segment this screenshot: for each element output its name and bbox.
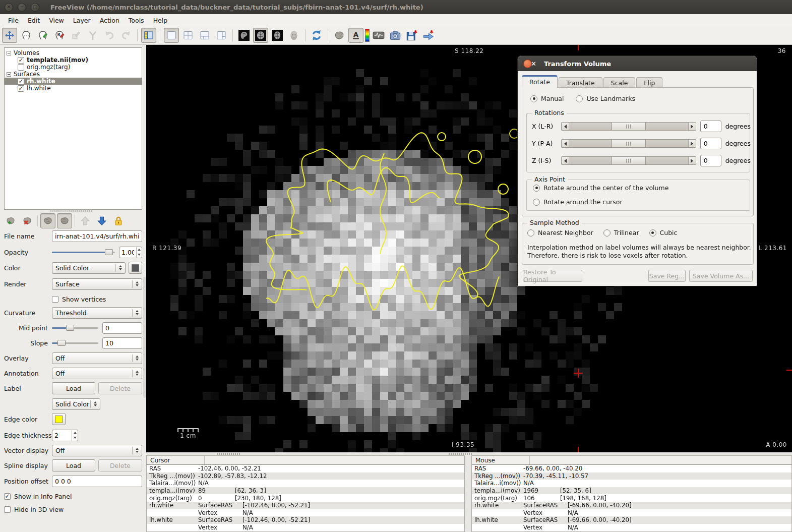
measure-tool-button[interactable]: [19, 28, 34, 43]
layout-1x3-button[interactable]: [197, 28, 212, 43]
color-scale-icon[interactable]: [365, 29, 370, 42]
use-landmarks-radio[interactable]: Use Landmarks: [576, 95, 635, 102]
menu-layer[interactable]: Layer: [69, 15, 95, 26]
edge-thickness-value[interactable]: [52, 430, 72, 441]
collapse-icon[interactable]: [7, 51, 11, 55]
annotation-combo[interactable]: Off: [52, 368, 142, 379]
tree-item-orig[interactable]: orig.mgz(targ): [5, 64, 142, 71]
layout-1x3-h-button[interactable]: [214, 28, 229, 43]
pointset-edit-button[interactable]: [69, 28, 84, 43]
recon-edit-button[interactable]: R: [52, 28, 67, 43]
hide-in-3d-checkbox[interactable]: Hide in 3D view: [4, 506, 64, 513]
radio-icon[interactable]: [576, 95, 583, 102]
show-2d-surface-button[interactable]: [40, 213, 55, 228]
tab-flip[interactable]: Flip: [636, 77, 662, 88]
slope-input[interactable]: [102, 337, 142, 349]
rotation-z-value[interactable]: 0: [700, 155, 721, 166]
navigate-button[interactable]: [2, 28, 17, 43]
opacity-value[interactable]: [119, 247, 136, 258]
slider-thumb[interactable]: [612, 123, 646, 130]
mouse-info-panel[interactable]: Mouse RAS-69.66, 0.00, -40.20 TkReg ...(…: [471, 455, 792, 532]
window-maximize-button[interactable]: ▢: [31, 3, 39, 12]
spinner-arrows-icon[interactable]: [136, 247, 142, 258]
spline-delete-button[interactable]: Delete: [98, 459, 142, 471]
menu-edit[interactable]: Edit: [24, 15, 44, 26]
tab-rotate[interactable]: Rotate: [522, 75, 558, 88]
save-screenshot-button[interactable]: [404, 28, 419, 43]
checkbox-unchecked-icon[interactable]: [52, 296, 58, 303]
overlay-combo[interactable]: Off: [52, 352, 142, 364]
mid-point-slider[interactable]: [52, 323, 98, 332]
dialog-title-bar[interactable]: ✕ Transform Volume: [518, 56, 757, 71]
toggle-panel-button[interactable]: [141, 28, 156, 43]
splitter-grip[interactable]: [217, 453, 240, 455]
view-axial-button[interactable]: [270, 28, 285, 43]
slider-right-arrow-icon[interactable]: [688, 123, 696, 130]
checkbox-checked-icon[interactable]: ✓: [18, 57, 24, 64]
load-surface-button[interactable]: [3, 213, 18, 228]
vector-display-combo[interactable]: Off: [52, 445, 142, 456]
radio-icon[interactable]: [603, 229, 611, 237]
restore-original-button[interactable]: Restore To Original: [523, 270, 582, 282]
path-edit-button[interactable]: [85, 28, 100, 43]
tree-group-surfaces[interactable]: Surfaces: [5, 71, 142, 78]
render-combo[interactable]: Surface: [52, 278, 142, 290]
splitter-grip[interactable]: [50, 209, 93, 212]
label-load-button[interactable]: Load: [52, 382, 95, 394]
checkbox-checked-icon[interactable]: ✓: [18, 78, 24, 85]
cubic-radio[interactable]: Cubic: [649, 229, 678, 237]
slider-right-arrow-icon[interactable]: [688, 140, 696, 147]
splitter-grip[interactable]: [449, 453, 472, 455]
collapse-icon[interactable]: [7, 72, 11, 77]
show-brain-button[interactable]: [332, 28, 347, 43]
tab-translate[interactable]: Translate: [559, 77, 602, 88]
move-layer-up-button[interactable]: [78, 213, 93, 228]
time-course-button[interactable]: [371, 28, 386, 43]
position-offset-input[interactable]: [52, 476, 142, 487]
tab-scale[interactable]: Scale: [603, 77, 636, 88]
menu-action[interactable]: Action: [96, 15, 124, 26]
manual-radio[interactable]: Manual: [530, 95, 564, 102]
checkbox-checked-icon[interactable]: ✓: [18, 85, 24, 92]
rotation-z-slider[interactable]: [561, 156, 696, 165]
tree-item-lh-white[interactable]: ✓ lh.white: [5, 85, 142, 92]
checkbox-checked-icon[interactable]: ✓: [4, 493, 11, 500]
trilinear-radio[interactable]: Trilinear: [603, 229, 639, 237]
menu-file[interactable]: File: [4, 15, 23, 26]
slider-left-arrow-icon[interactable]: [562, 123, 569, 130]
rotation-y-slider[interactable]: [561, 139, 696, 148]
label-color-mode-combo[interactable]: Solid Color: [52, 398, 100, 410]
label-delete-button[interactable]: Delete: [98, 382, 142, 394]
refresh-button[interactable]: [309, 28, 324, 43]
file-name-input[interactable]: [52, 230, 142, 242]
slider-thumb[interactable]: [612, 140, 646, 147]
color-mode-combo[interactable]: Solid Color: [52, 262, 126, 274]
curvature-combo[interactable]: Threshold: [52, 307, 142, 319]
save-volume-as-button[interactable]: Save Volume As...: [689, 270, 753, 282]
view-coronal-button[interactable]: [253, 28, 268, 43]
slider-thumb[interactable]: [612, 157, 646, 164]
cursor-info-panel[interactable]: Cursor RAS-102.46, 0.00, -52.21 TkReg ..…: [146, 455, 465, 532]
lock-layer-button[interactable]: [111, 213, 126, 228]
layout-2x2-button[interactable]: [180, 28, 196, 43]
radio-selected-icon[interactable]: [530, 95, 537, 102]
menu-tools[interactable]: Tools: [125, 15, 148, 26]
mid-point-input[interactable]: [102, 322, 142, 334]
show-in-info-panel-checkbox[interactable]: ✓ Show in Info Panel: [4, 493, 72, 500]
camera-button[interactable]: [388, 28, 403, 43]
radio-icon[interactable]: [527, 229, 534, 237]
spinner-arrows-icon[interactable]: [72, 430, 78, 441]
move-layer-down-button[interactable]: [94, 213, 109, 228]
show-labels-button[interactable]: A: [348, 28, 363, 43]
voxel-edit-button[interactable]: [35, 28, 50, 43]
unload-surface-button[interactable]: [20, 213, 35, 228]
show-3d-surface-button[interactable]: [57, 213, 72, 228]
rotate-cursor-radio[interactable]: Rotate around the cursor: [533, 198, 623, 206]
view-sagittal-button[interactable]: [236, 28, 252, 43]
slider-left-arrow-icon[interactable]: [562, 157, 569, 164]
dialog-close-button[interactable]: ✕: [523, 60, 532, 68]
undo-button[interactable]: [102, 28, 117, 43]
rotation-x-slider[interactable]: [561, 122, 696, 131]
rotate-center-radio[interactable]: Rotate around the center of the volume: [533, 184, 668, 192]
nearest-neighbor-radio[interactable]: Nearest Neighbor: [527, 229, 593, 237]
